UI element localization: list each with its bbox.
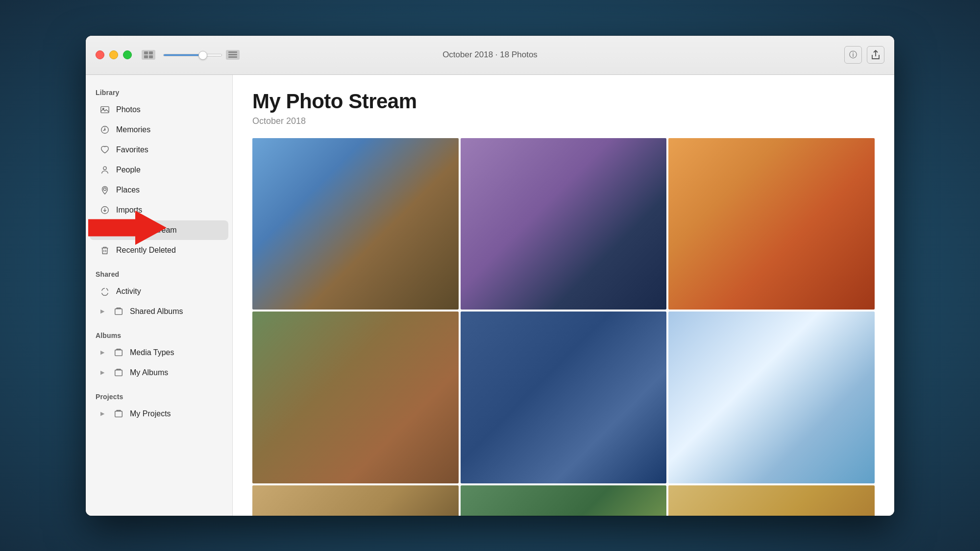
sidebar-item-photos[interactable]: Photos xyxy=(90,100,228,120)
my-projects-icon xyxy=(113,408,124,419)
svg-rect-4 xyxy=(228,51,237,53)
svg-rect-5 xyxy=(228,54,237,55)
red-arrow xyxy=(88,211,167,245)
photo-item[interactable] xyxy=(252,138,459,310)
desktop-background: October 2018 · 18 Photos ⓘ xyxy=(0,0,980,551)
library-section-label: Library xyxy=(86,85,232,99)
my-albums-label: My Albums xyxy=(130,368,168,377)
svg-rect-7 xyxy=(101,106,109,113)
svg-rect-18 xyxy=(115,411,122,417)
view-mode-icon[interactable] xyxy=(142,50,155,60)
sidebar-item-my-albums[interactable]: ▶ My Albums xyxy=(90,363,228,383)
sidebar-item-my-projects[interactable]: ▶ My Projects xyxy=(90,404,228,424)
shared-albums-icon xyxy=(113,306,124,317)
photo-item[interactable] xyxy=(668,138,875,310)
svg-rect-6 xyxy=(228,56,237,58)
sidebar-item-shared-albums[interactable]: ▶ Shared Albums xyxy=(90,302,228,321)
photo-item[interactable] xyxy=(461,138,667,310)
svg-point-10 xyxy=(104,129,105,130)
my-albums-chevron: ▶ xyxy=(99,370,105,376)
titlebar: October 2018 · 18 Photos ⓘ xyxy=(86,36,894,75)
spacer-2 xyxy=(86,322,232,328)
media-types-chevron: ▶ xyxy=(99,350,105,356)
favorites-label: Favorites xyxy=(116,145,148,154)
sidebar-item-places[interactable]: Places xyxy=(90,180,228,200)
favorites-icon xyxy=(99,144,110,155)
sidebar-item-activity[interactable]: Activity xyxy=(90,282,228,301)
my-projects-label: My Projects xyxy=(130,409,171,418)
my-projects-chevron: ▶ xyxy=(99,411,105,417)
svg-rect-17 xyxy=(115,370,122,376)
minimize-button[interactable] xyxy=(109,50,118,59)
photo-item[interactable] xyxy=(668,311,875,483)
memories-icon xyxy=(99,124,110,135)
media-types-label: Media Types xyxy=(130,348,174,357)
svg-rect-1 xyxy=(149,51,153,54)
titlebar-title: October 2018 · 18 Photos xyxy=(442,50,538,60)
page-title: My Photo Stream xyxy=(252,90,875,113)
svg-rect-15 xyxy=(115,309,122,314)
svg-point-12 xyxy=(103,188,106,190)
my-albums-icon xyxy=(113,367,124,378)
shared-section-label: Shared xyxy=(86,266,232,281)
photo-grid xyxy=(252,138,875,516)
shared-albums-label: Shared Albums xyxy=(130,307,183,316)
media-types-icon xyxy=(113,347,124,358)
spacer-3 xyxy=(86,383,232,389)
people-label: People xyxy=(116,166,141,174)
places-icon xyxy=(99,185,110,195)
places-label: Places xyxy=(116,186,140,194)
sidebar-item-favorites[interactable]: Favorites xyxy=(90,140,228,160)
main-content: Library Photos xyxy=(86,75,894,516)
sidebar: Library Photos xyxy=(86,75,233,516)
info-button[interactable]: ⓘ xyxy=(844,46,862,64)
projects-section-label: Projects xyxy=(86,389,232,404)
shared-albums-chevron: ▶ xyxy=(99,309,105,314)
maximize-button[interactable] xyxy=(123,50,132,59)
sidebar-item-people[interactable]: People xyxy=(90,160,228,180)
albums-section-label: Albums xyxy=(86,328,232,342)
svg-rect-3 xyxy=(149,55,153,58)
zoom-slider[interactable] xyxy=(163,54,222,56)
photo-item[interactable] xyxy=(252,485,459,516)
titlebar-actions: ⓘ xyxy=(844,46,884,64)
people-icon xyxy=(99,165,110,175)
photo-area: My Photo Stream October 2018 xyxy=(233,75,894,516)
recently-deleted-icon xyxy=(99,245,110,256)
recently-deleted-label: Recently Deleted xyxy=(116,246,176,255)
grid-icon[interactable] xyxy=(226,50,240,60)
photos-label: Photos xyxy=(116,105,141,114)
photo-item[interactable] xyxy=(461,485,667,516)
photo-item[interactable] xyxy=(461,311,667,483)
page-date: October 2018 xyxy=(252,116,875,126)
traffic-lights xyxy=(96,50,132,59)
svg-rect-2 xyxy=(144,55,148,58)
svg-rect-0 xyxy=(144,51,148,54)
titlebar-controls xyxy=(142,50,240,60)
sidebar-item-media-types[interactable]: ▶ Media Types xyxy=(90,343,228,362)
photo-item[interactable] xyxy=(668,485,875,516)
memories-label: Memories xyxy=(116,125,150,134)
photos-icon xyxy=(99,104,110,115)
activity-label: Activity xyxy=(116,287,141,296)
svg-point-11 xyxy=(103,167,106,169)
spacer-1 xyxy=(86,261,232,266)
share-button[interactable] xyxy=(867,46,884,64)
app-window: October 2018 · 18 Photos ⓘ xyxy=(86,36,894,516)
sidebar-item-memories[interactable]: Memories xyxy=(90,120,228,140)
photo-item[interactable] xyxy=(252,311,459,483)
svg-rect-16 xyxy=(115,350,122,356)
activity-icon xyxy=(99,286,110,297)
close-button[interactable] xyxy=(96,50,104,59)
